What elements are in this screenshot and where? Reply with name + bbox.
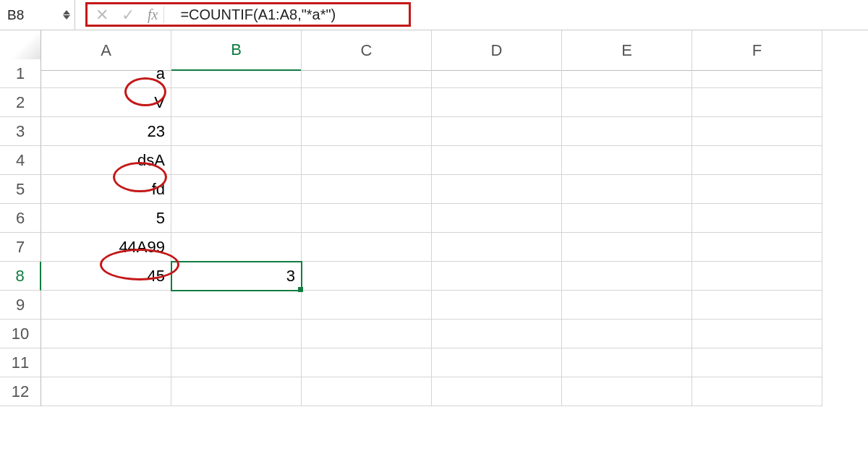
- cell[interactable]: 5: [41, 204, 171, 233]
- row-header[interactable]: 12: [0, 377, 41, 406]
- cell[interactable]: [562, 291, 692, 320]
- name-box-spinner[interactable]: [63, 10, 70, 20]
- cell[interactable]: dsA: [41, 146, 171, 175]
- cell[interactable]: [171, 377, 302, 406]
- cell[interactable]: [562, 320, 692, 348]
- cell[interactable]: fd: [41, 175, 171, 204]
- cell[interactable]: 45: [41, 262, 171, 291]
- cell[interactable]: [171, 204, 302, 233]
- cell[interactable]: [302, 320, 432, 348]
- cell[interactable]: [171, 348, 302, 377]
- row-header[interactable]: 10: [0, 320, 41, 348]
- cell[interactable]: [171, 117, 302, 146]
- cell[interactable]: [302, 291, 432, 320]
- cell[interactable]: [432, 117, 562, 146]
- cell[interactable]: [692, 320, 822, 348]
- cell[interactable]: [692, 117, 822, 146]
- cell[interactable]: [432, 88, 562, 117]
- cell[interactable]: 44A99: [41, 233, 171, 262]
- row-header[interactable]: 5: [0, 175, 41, 204]
- cell[interactable]: [302, 204, 432, 233]
- row-header[interactable]: 1: [0, 59, 41, 88]
- row-header[interactable]: 11: [0, 348, 41, 377]
- cell[interactable]: [562, 175, 692, 204]
- cell[interactable]: [692, 88, 822, 117]
- cell[interactable]: [692, 59, 822, 88]
- cell[interactable]: [171, 59, 302, 88]
- cell[interactable]: [692, 175, 822, 204]
- cell[interactable]: [562, 117, 692, 146]
- cell[interactable]: [562, 262, 692, 291]
- cell[interactable]: [302, 262, 432, 291]
- cell[interactable]: [171, 291, 302, 320]
- row-header[interactable]: 3: [0, 117, 41, 146]
- cell[interactable]: [302, 117, 432, 146]
- cell[interactable]: [692, 146, 822, 175]
- cell[interactable]: [562, 59, 692, 88]
- cell[interactable]: [562, 146, 692, 175]
- cell[interactable]: [302, 175, 432, 204]
- spinner-down-icon[interactable]: [63, 15, 70, 20]
- cell[interactable]: V: [41, 88, 171, 117]
- cell[interactable]: [302, 146, 432, 175]
- spinner-up-icon[interactable]: [63, 10, 70, 14]
- cell[interactable]: [432, 146, 562, 175]
- formula-bar: B8 ✕ ✓ fx: [0, 0, 868, 30]
- cell[interactable]: [432, 291, 562, 320]
- cell[interactable]: 3: [171, 262, 302, 291]
- row-header[interactable]: 4: [0, 146, 41, 175]
- cell[interactable]: [171, 175, 302, 204]
- cell[interactable]: [302, 348, 432, 377]
- cell[interactable]: [171, 320, 302, 348]
- formula-area: ✕ ✓ fx: [75, 0, 868, 30]
- cell[interactable]: [432, 262, 562, 291]
- cell[interactable]: [432, 204, 562, 233]
- cell[interactable]: [432, 59, 562, 88]
- fx-icon[interactable]: fx: [148, 7, 164, 23]
- row-header[interactable]: 2: [0, 88, 41, 117]
- cell[interactable]: [432, 233, 562, 262]
- row-header[interactable]: 8: [0, 262, 41, 291]
- cell[interactable]: [562, 233, 692, 262]
- cell[interactable]: [692, 291, 822, 320]
- row-header[interactable]: 9: [0, 291, 41, 320]
- cell[interactable]: [692, 262, 822, 291]
- row-header[interactable]: 6: [0, 204, 41, 233]
- cell[interactable]: [171, 233, 302, 262]
- cell[interactable]: [562, 377, 692, 406]
- name-box[interactable]: B8: [0, 0, 75, 30]
- spreadsheet-grid: ABCDEF1a2V3234dsA5fd65744A9984539101112: [0, 30, 868, 406]
- cell[interactable]: [432, 348, 562, 377]
- name-box-value: B8: [7, 7, 24, 23]
- cell[interactable]: [171, 146, 302, 175]
- cell[interactable]: [692, 348, 822, 377]
- cancel-icon[interactable]: ✕: [95, 6, 109, 25]
- cell[interactable]: [302, 88, 432, 117]
- cell[interactable]: [562, 88, 692, 117]
- cell[interactable]: [432, 377, 562, 406]
- cell[interactable]: [171, 88, 302, 117]
- cell[interactable]: [41, 348, 171, 377]
- cell[interactable]: [302, 233, 432, 262]
- formula-input[interactable]: [174, 7, 868, 23]
- cell[interactable]: [41, 320, 171, 348]
- cell[interactable]: [562, 204, 692, 233]
- cell[interactable]: a: [41, 59, 171, 88]
- cell[interactable]: [692, 233, 822, 262]
- formula-icons: ✕ ✓ fx: [75, 6, 174, 25]
- cell[interactable]: [432, 320, 562, 348]
- cell[interactable]: 23: [41, 117, 171, 146]
- cell[interactable]: [41, 377, 171, 406]
- accept-icon[interactable]: ✓: [122, 6, 135, 25]
- cell[interactable]: [432, 175, 562, 204]
- cell[interactable]: [302, 59, 432, 88]
- row-header[interactable]: 7: [0, 233, 41, 262]
- cell[interactable]: [692, 377, 822, 406]
- cell[interactable]: [692, 204, 822, 233]
- cell[interactable]: [302, 377, 432, 406]
- cell[interactable]: [562, 348, 692, 377]
- cell[interactable]: [41, 291, 171, 320]
